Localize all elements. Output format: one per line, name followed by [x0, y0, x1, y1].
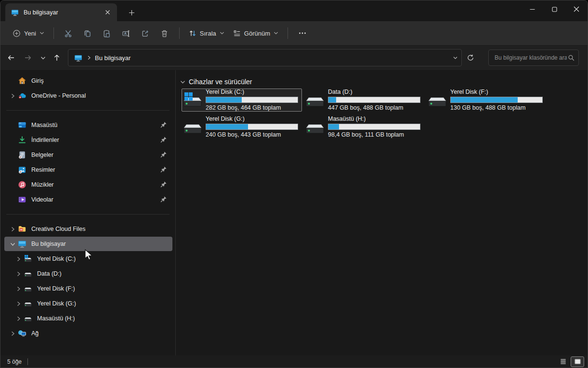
chevron-right-icon[interactable] [13, 315, 24, 322]
pin-icon [160, 196, 168, 203]
chevron-right-icon[interactable] [7, 225, 18, 233]
chevron-down-icon[interactable] [7, 240, 18, 248]
status-separator [27, 358, 28, 365]
capacity-bar-fill [328, 124, 339, 129]
section-devices-and-drives[interactable]: Cihazlar ve sürücüler [180, 77, 588, 87]
chevron-spacer [7, 166, 18, 174]
drive-text: Data (D:)447 GB boş, 488 GB toplam [328, 89, 420, 112]
chevron-spacer [7, 181, 18, 189]
sidebar-item-masa-st-h[interactable]: Masaüstü (H:) [10, 311, 172, 326]
drive-icon [305, 92, 325, 108]
share-button[interactable] [136, 25, 155, 41]
trash-icon [160, 29, 169, 38]
drive-icon [24, 299, 32, 308]
search-input[interactable] [494, 54, 568, 62]
cut-icon [64, 29, 72, 38]
sidebar-item-videolar[interactable]: Videolar [4, 192, 172, 207]
sidebar-item-yerel-disk-f[interactable]: Yerel Disk (F:) [10, 281, 172, 296]
sidebar-item-data-d[interactable]: Data (D:) [10, 266, 172, 281]
drive-item-data-d[interactable]: Data (D:)447 GB boş, 488 GB toplam [304, 89, 424, 112]
capacity-bar-fill [206, 97, 242, 102]
recent-locations-button[interactable] [35, 50, 51, 65]
sidebar-item-label: Ağ [31, 330, 170, 337]
drive-item-yerel-disk-g[interactable]: Yerel Disk (G:)240 GB boş, 443 GB toplam [182, 115, 302, 139]
large-icons-view-button[interactable] [571, 357, 584, 367]
forward-button[interactable] [20, 50, 36, 65]
chevron-right-icon[interactable] [13, 255, 24, 263]
sidebar-item-giri[interactable]: Giriş [4, 74, 172, 88]
view-button[interactable]: Görünüm [229, 26, 283, 40]
capacity-bar [328, 97, 420, 103]
drive-icon [24, 269, 32, 278]
delete-button[interactable] [155, 25, 174, 41]
details-view-icon [560, 358, 567, 365]
creative-cloud-icon [18, 225, 26, 233]
ellipsis-icon [298, 29, 307, 37]
view-toggles [557, 357, 584, 367]
refresh-button[interactable] [463, 50, 478, 65]
sidebar-item-label: Yerel Disk (G:) [37, 300, 170, 307]
sidebar-item-masa-st[interactable]: Masaüstü [4, 118, 172, 132]
chevron-right-icon[interactable] [13, 285, 24, 292]
sidebar-item-resimler[interactable]: Resimler [4, 163, 172, 177]
drive-name: Yerel Disk (G:) [206, 115, 298, 123]
drive-item-masa-st-h[interactable]: Masaüstü (H:)98,4 GB boş, 111 GB toplam [304, 115, 424, 139]
section-collapse-icon[interactable] [180, 79, 186, 85]
sidebar-item-m-zikler[interactable]: Müzikler [4, 178, 172, 192]
rename-button[interactable] [117, 25, 136, 41]
network-icon [18, 329, 26, 338]
sidebar-item-label: Belgeler [31, 152, 160, 158]
content-pane[interactable]: Cihazlar ve sürücüler Yerel Disk (C:)282… [176, 70, 588, 355]
address-dropdown-icon[interactable] [452, 55, 458, 61]
chevron-right-icon[interactable] [13, 270, 24, 278]
breadcrumb-this-pc[interactable]: Bu bilgisayar [95, 54, 131, 62]
back-button[interactable] [3, 50, 19, 65]
sidebar-item-onedrive-personal[interactable]: OneDrive - Personal [4, 89, 172, 103]
sort-button[interactable]: Sırala [184, 26, 229, 40]
tab-bu-bilgisayar[interactable]: Bu bilgisayar [5, 3, 117, 21]
chevron-right-icon[interactable] [7, 330, 18, 337]
home-icon [18, 76, 26, 85]
cut-button[interactable] [59, 25, 78, 41]
sidebar-item-label: Videolar [31, 196, 160, 203]
drive-icon [428, 92, 447, 108]
more-options-button[interactable] [293, 25, 312, 41]
paste-button[interactable] [97, 25, 117, 41]
capacity-bar [450, 97, 543, 103]
up-button[interactable] [49, 50, 65, 65]
breadcrumb-chevron-icon [86, 55, 92, 61]
this-pc-icon [18, 240, 26, 248]
sidebar-item-yerel-disk-g[interactable]: Yerel Disk (G:) [10, 296, 172, 311]
new-tab-button[interactable] [125, 6, 138, 19]
videos-icon [18, 195, 26, 204]
address-bar[interactable]: Bu bilgisayar [68, 49, 462, 66]
close-button[interactable] [565, 0, 588, 18]
new-button-label: Yeni [24, 30, 36, 37]
sidebar-item-belgeler[interactable]: Belgeler [4, 148, 172, 162]
drive-item-yerel-disk-f[interactable]: Yerel Disk (F:)130 GB boş, 488 GB toplam [426, 89, 547, 112]
sidebar-item-label: Bu bilgisayar [31, 241, 170, 247]
pin-icon [160, 181, 168, 189]
chevron-right-icon[interactable] [13, 300, 24, 307]
pictures-icon [18, 165, 26, 174]
explorer-body: GirişOneDrive - PersonalMasaüstüİndirile… [0, 70, 588, 355]
view-button-label: Görünüm [244, 30, 270, 37]
new-button[interactable]: Yeni [8, 26, 49, 41]
sidebar-item-a[interactable]: Ağ [4, 326, 172, 341]
sidebar-divider [6, 110, 170, 111]
sidebar-item-i-ndirilenler[interactable]: İndirilenler [4, 133, 172, 147]
maximize-button[interactable] [543, 0, 565, 18]
drive-capacity-label: 130 GB boş, 488 GB toplam [450, 104, 543, 112]
drive-item-yerel-disk-c[interactable]: Yerel Disk (C:)282 GB boş, 464 GB toplam [182, 89, 302, 112]
toolbar-divider [287, 27, 288, 39]
copy-button[interactable] [78, 25, 97, 41]
sidebar-divider [6, 214, 170, 215]
chevron-right-icon[interactable] [7, 92, 18, 100]
sidebar-item-bu-bilgisayar[interactable]: Bu bilgisayar [4, 237, 172, 251]
details-view-button[interactable] [557, 357, 569, 367]
chevron-down-icon [274, 31, 278, 36]
sidebar-item-creative-cloud-files[interactable]: Creative Cloud Files [4, 222, 172, 236]
sidebar-item-yerel-disk-c[interactable]: Yerel Disk (C:) [10, 252, 172, 266]
minimize-button[interactable] [521, 0, 543, 18]
tab-close-icon[interactable] [102, 7, 113, 18]
